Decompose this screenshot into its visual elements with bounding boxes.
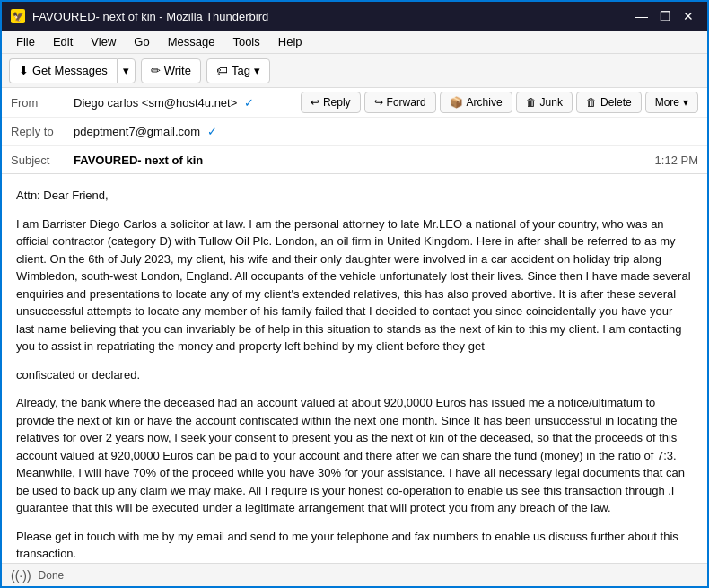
body-greeting: Attn: Dear Friend, (16, 187, 693, 205)
delete-label: Delete (600, 96, 632, 109)
delete-button[interactable]: 🗑 Delete (576, 92, 642, 113)
window-title: FAVOURED- next of kin - Mozilla Thunderb… (32, 10, 268, 23)
from-row: From Diego carlos <sm@host4u.net> ✓ ↩ Re… (2, 88, 707, 118)
verified-icon: ✓ (244, 96, 254, 110)
reply-to-address: pdeptment7@gmail.com (74, 125, 200, 138)
delete-icon: 🗑 (586, 96, 597, 109)
forward-icon: ↪ (374, 96, 383, 109)
email-time: 1:12 PM (655, 154, 698, 167)
get-messages-icon: ⬇ (19, 64, 29, 77)
email-body[interactable]: Attn: Dear Friend, I am Barrister Diego … (2, 174, 707, 563)
from-value: Diego carlos <sm@host4u.net> ✓ (74, 96, 301, 110)
reply-button[interactable]: ↩ Reply (301, 92, 361, 113)
menu-help[interactable]: Help (271, 33, 310, 50)
title-bar-left: 🦅 FAVOURED- next of kin - Mozilla Thunde… (11, 9, 268, 23)
junk-icon: 🗑 (526, 96, 537, 109)
tag-arrow: ▾ (254, 64, 260, 77)
get-messages-dropdown: ⬇ Get Messages ▾ (9, 58, 136, 83)
menu-go[interactable]: Go (127, 33, 156, 50)
restore-button[interactable]: ❐ (655, 6, 675, 26)
get-messages-label: Get Messages (32, 64, 108, 77)
get-messages-arrow[interactable]: ▾ (117, 58, 136, 83)
menu-view[interactable]: View (83, 33, 123, 50)
body-paragraph-1: I am Barrister Diego Carlos a solicitor … (16, 215, 693, 355)
junk-button[interactable]: 🗑 Junk (516, 92, 573, 113)
reply-to-value: pdeptment7@gmail.com ✓ (74, 125, 698, 138)
tag-button[interactable]: 🏷 Tag ▾ (206, 58, 270, 83)
status-text: Done (39, 569, 65, 582)
body-paragraph-4: Please get in touch with me by my email … (16, 528, 693, 563)
more-button[interactable]: More ▾ (645, 92, 698, 113)
forward-button[interactable]: ↪ Forward (364, 92, 436, 113)
email-actions: ↩ Reply ↪ Forward 📦 Archive 🗑 Junk 🗑 Del… (301, 92, 698, 113)
reply-icon: ↩ (311, 96, 319, 109)
status-bar: ((·)) Done (2, 563, 707, 586)
from-address: Diego carlos <sm@host4u.net> (74, 96, 237, 110)
archive-button[interactable]: 📦 Archive (440, 92, 512, 113)
tag-label: Tag (232, 64, 250, 77)
app-icon: 🦅 (11, 9, 25, 23)
subject-label: Subject (11, 154, 74, 167)
menu-message[interactable]: Message (161, 33, 223, 50)
reply-label: Reply (323, 96, 351, 109)
more-label: More (655, 96, 679, 109)
menu-bar: File Edit View Go Message Tools Help (2, 31, 707, 54)
tag-icon: 🏷 (216, 64, 228, 77)
menu-edit[interactable]: Edit (46, 33, 80, 50)
menu-tools[interactable]: Tools (225, 33, 267, 50)
close-button[interactable]: ✕ (678, 6, 698, 26)
body-paragraph-2: confiscated or declared. (16, 366, 693, 384)
get-messages-button[interactable]: ⬇ Get Messages (9, 58, 117, 83)
toolbar: ⬇ Get Messages ▾ ✏ Write 🏷 Tag ▾ (2, 54, 707, 88)
forward-label: Forward (387, 96, 426, 109)
subject-value: FAVOURED- next of kin (74, 154, 646, 167)
menu-file[interactable]: File (9, 33, 42, 50)
archive-icon: 📦 (450, 96, 463, 109)
title-bar: 🦅 FAVOURED- next of kin - Mozilla Thunde… (2, 2, 707, 31)
write-button[interactable]: ✏ Write (141, 58, 201, 83)
wifi-icon: ((·)) (11, 568, 31, 583)
email-header: From Diego carlos <sm@host4u.net> ✓ ↩ Re… (2, 88, 707, 174)
reply-to-row: Reply to pdeptment7@gmail.com ✓ (2, 118, 707, 146)
write-label: Write (164, 64, 191, 77)
junk-label: Junk (540, 96, 563, 109)
write-icon: ✏ (151, 64, 161, 77)
reply-to-verified-icon: ✓ (207, 125, 217, 138)
from-label: From (11, 96, 74, 110)
subject-row: Subject FAVOURED- next of kin 1:12 PM (2, 146, 707, 173)
reply-to-label: Reply to (11, 125, 74, 138)
body-paragraph-3: Already, the bank where the deceased had… (16, 394, 693, 517)
title-bar-controls: — ❐ ✕ (632, 6, 698, 26)
minimize-button[interactable]: — (632, 6, 652, 26)
archive-label: Archive (467, 96, 503, 109)
more-arrow-icon: ▾ (683, 96, 688, 109)
